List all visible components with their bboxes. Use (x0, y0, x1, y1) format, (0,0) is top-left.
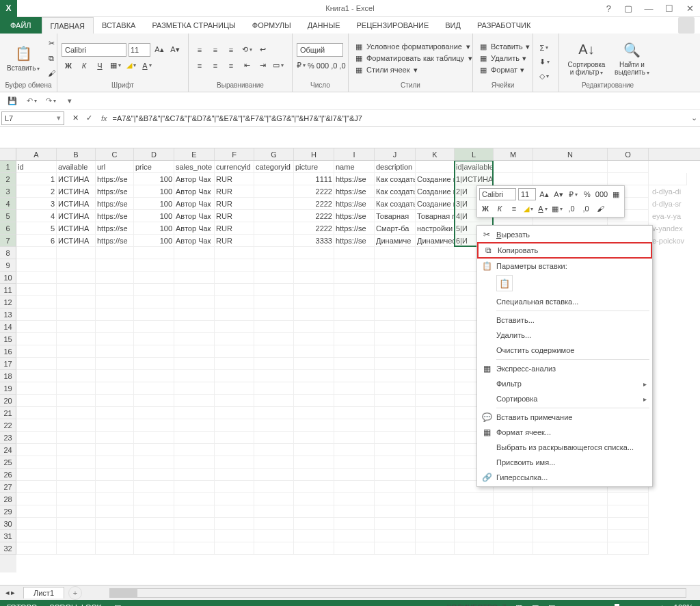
cell[interactable] (215, 419, 254, 432)
tab-developer[interactable]: РАЗРАБОТЧИК (469, 17, 539, 34)
cell[interactable]: url (96, 161, 134, 173)
currency-icon[interactable]: ₽ (297, 59, 306, 73)
cell[interactable] (294, 321, 334, 333)
cell[interactable] (416, 505, 455, 518)
cell[interactable] (334, 407, 375, 419)
cell[interactable] (608, 505, 649, 518)
cell[interactable] (455, 542, 494, 555)
cell[interactable] (455, 493, 494, 505)
cell[interactable] (134, 259, 174, 272)
cell[interactable] (334, 456, 375, 469)
view-page-break-icon[interactable]: ▤ (548, 603, 555, 607)
cell[interactable]: https://se (96, 185, 134, 198)
cell[interactable] (174, 542, 215, 555)
cell[interactable] (334, 272, 375, 284)
cancel-formula-icon[interactable]: ✕ (70, 114, 81, 122)
merge-icon[interactable]: ▭ (271, 59, 285, 73)
redo-icon[interactable]: ↷ (44, 94, 57, 108)
cell[interactable] (16, 444, 57, 456)
cell[interactable] (416, 321, 455, 333)
cell[interactable] (215, 345, 254, 358)
cm-sort[interactable]: Сортировка▸ (477, 391, 652, 406)
mini-border-icon[interactable]: ▦ (551, 202, 563, 215)
cell[interactable] (215, 456, 254, 469)
cell[interactable] (134, 247, 174, 259)
cell[interactable]: 2 (16, 185, 57, 198)
cell[interactable] (375, 456, 416, 469)
cell[interactable] (334, 284, 375, 296)
cell[interactable]: price (134, 161, 174, 173)
row-header[interactable]: 28 (0, 493, 16, 505)
cell[interactable] (416, 493, 455, 505)
cell[interactable] (294, 419, 334, 432)
cell[interactable] (16, 530, 57, 542)
cell[interactable] (294, 432, 334, 444)
cell[interactable] (294, 370, 334, 382)
cell[interactable] (16, 481, 57, 493)
cell[interactable] (294, 407, 334, 419)
row-header[interactable]: 17 (0, 358, 16, 370)
cell[interactable]: https://se (96, 235, 134, 247)
cell[interactable] (174, 444, 215, 456)
cell[interactable]: 2222 (294, 198, 334, 210)
cell[interactable] (134, 308, 174, 321)
cell[interactable] (254, 198, 294, 210)
column-header[interactable]: G (254, 148, 294, 160)
cell[interactable]: Создание и оптими (416, 185, 455, 198)
cm-cut[interactable]: ✂Вырезать (477, 227, 652, 242)
cell[interactable] (96, 530, 134, 542)
row-header[interactable]: 21 (0, 407, 16, 419)
wrap-text-icon[interactable]: ↩ (256, 43, 269, 57)
cell[interactable] (16, 259, 57, 272)
cell[interactable] (334, 542, 375, 555)
cell[interactable] (294, 284, 334, 296)
cell[interactable]: Как создать (375, 198, 416, 210)
cell[interactable] (57, 345, 96, 358)
cell[interactable] (16, 272, 57, 284)
cell[interactable]: 4 (16, 210, 57, 222)
cell[interactable] (215, 407, 254, 419)
mini-increase-font-icon[interactable]: A▴ (538, 188, 550, 200)
mini-cond-format-icon[interactable]: ▦ (610, 188, 622, 200)
cell[interactable]: Динамиче (375, 235, 416, 247)
cell[interactable] (334, 370, 375, 382)
cell[interactable] (416, 345, 455, 358)
cell[interactable] (254, 333, 294, 345)
cell[interactable] (134, 505, 174, 518)
cell[interactable] (16, 333, 57, 345)
cell[interactable] (254, 173, 294, 185)
align-middle-icon[interactable]: ≡ (208, 43, 222, 57)
cell[interactable] (294, 542, 334, 555)
cell[interactable] (254, 518, 294, 530)
cell[interactable] (174, 469, 215, 481)
cell[interactable] (254, 321, 294, 333)
cell[interactable]: ИСТИНА (57, 198, 96, 210)
cell[interactable] (254, 235, 294, 247)
conditional-formatting-button[interactable]: ▦Условное форматирование▾ (353, 41, 474, 52)
cell[interactable] (533, 542, 608, 555)
row-header[interactable]: 10 (0, 272, 16, 284)
cell[interactable] (57, 456, 96, 469)
tab-formulas[interactable]: ФОРМУЛЫ (244, 17, 299, 34)
cell[interactable]: id (16, 161, 57, 173)
row-header[interactable]: 12 (0, 296, 16, 308)
name-box[interactable]: L7▾ (1, 111, 64, 125)
cell[interactable] (416, 333, 455, 345)
cell[interactable] (96, 284, 134, 296)
cell[interactable] (96, 345, 134, 358)
cell[interactable] (174, 493, 215, 505)
cell[interactable] (294, 456, 334, 469)
cell[interactable] (174, 481, 215, 493)
cm-insert-comment[interactable]: 💬Вставить примечание (477, 410, 652, 425)
cell[interactable] (416, 481, 455, 493)
cell[interactable] (134, 530, 174, 542)
cell[interactable] (134, 358, 174, 370)
cell[interactable] (294, 481, 334, 493)
cell[interactable] (416, 247, 455, 259)
column-header[interactable]: N (533, 148, 608, 160)
cm-hyperlink[interactable]: 🔗Гиперссылка... (477, 470, 652, 485)
cell[interactable] (334, 481, 375, 493)
cell[interactable]: https://se (334, 185, 375, 198)
cell[interactable]: Автор Чак (174, 210, 215, 222)
cell[interactable] (16, 395, 57, 407)
